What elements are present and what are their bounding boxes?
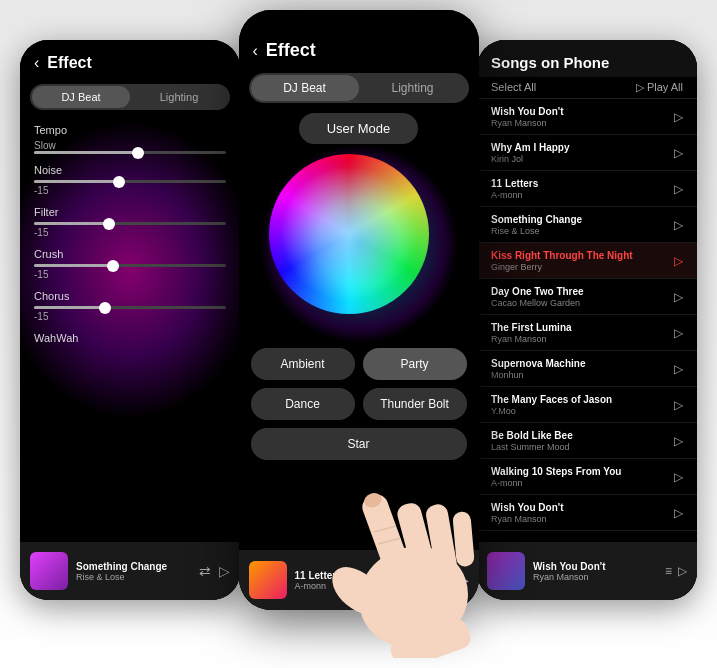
value-crush: -15 xyxy=(34,269,226,280)
song-info: Day One Two Three Cacao Mellow Garden xyxy=(491,285,674,308)
song-name: The First Lumina xyxy=(491,321,674,334)
album-art-left xyxy=(30,552,68,590)
playback-controls-left[interactable]: ⇄ ▷ xyxy=(199,563,230,579)
color-wheel-glow xyxy=(259,144,459,344)
shuffle-icon[interactable]: ⇄ xyxy=(199,563,211,579)
song-info: 11 Letters A-monn xyxy=(491,177,674,200)
song-play-icon[interactable]: ▷ xyxy=(674,182,683,196)
track-info-left: Something Change Rise & Lose xyxy=(76,561,199,582)
center-header: ‹ Effect xyxy=(239,10,479,69)
song-name: Kiss Right Through The Night xyxy=(491,249,674,262)
song-info: Supernova Machine Monhun xyxy=(491,357,674,380)
song-item[interactable]: Day One Two Three Cacao Mellow Garden ▷ xyxy=(477,279,697,315)
left-bottom-bar: Something Change Rise & Lose ⇄ ▷ xyxy=(20,542,240,600)
song-artist: Rise & Lose xyxy=(491,226,674,236)
right-sub-header: Select All ▷ Play All xyxy=(477,77,697,99)
song-info: Something Change Rise & Lose xyxy=(491,213,674,236)
song-name: Something Change xyxy=(491,213,674,226)
song-item[interactable]: Supernova Machine Monhun ▷ xyxy=(477,351,697,387)
song-play-icon[interactable]: ▷ xyxy=(674,398,683,412)
song-play-icon[interactable]: ▷ xyxy=(674,254,683,268)
album-art-center xyxy=(249,561,287,599)
song-play-icon[interactable]: ▷ xyxy=(674,506,683,520)
song-info: The First Lumina Ryan Manson xyxy=(491,321,674,344)
song-info: Walking 10 Steps From You A-monn xyxy=(491,465,674,488)
left-tabs: DJ Beat Lighting xyxy=(30,84,230,110)
song-item[interactable]: Wish You Don't Ryan Manson ▷ xyxy=(477,99,697,135)
queue-icon[interactable]: ≡ xyxy=(665,564,672,578)
play-icon-right[interactable]: ▷ xyxy=(678,564,687,578)
song-item[interactable]: The Many Faces of Jason Y.Moo ▷ xyxy=(477,387,697,423)
song-item[interactable]: Why Am I Happy Kirin Jol ▷ xyxy=(477,135,697,171)
right-bottom-bar: Wish You Don't Ryan Manson ≡ ▷ xyxy=(477,542,697,600)
song-name: Be Bold Like Bee xyxy=(491,429,674,442)
song-name: Wish You Don't xyxy=(491,105,674,118)
right-header: Songs on Phone xyxy=(477,40,697,77)
left-controls: Tempo Slow Noise -15 xyxy=(20,116,240,362)
song-artist: Ginger Berry xyxy=(491,262,674,272)
slider-noise[interactable] xyxy=(34,180,226,183)
song-artist: Y.Moo xyxy=(491,406,674,416)
song-item[interactable]: Kiss Right Through The Night Ginger Berr… xyxy=(477,243,697,279)
song-name: Day One Two Three xyxy=(491,285,674,298)
effect-btn-ambient[interactable]: Ambient xyxy=(251,348,355,380)
song-item[interactable]: The First Lumina Ryan Manson ▷ xyxy=(477,315,697,351)
scene: ‹ Effect DJ Beat Lighting Tempo Slow xyxy=(0,0,717,668)
song-play-icon[interactable]: ▷ xyxy=(674,470,683,484)
song-play-icon[interactable]: ▷ xyxy=(674,218,683,232)
song-artist: Last Summer Mood xyxy=(491,442,674,452)
left-header: ‹ Effect xyxy=(20,40,240,78)
slider-crush[interactable] xyxy=(34,264,226,267)
song-artist: A-monn xyxy=(491,190,674,200)
label-crush: Crush xyxy=(34,248,226,260)
effect-btn-party[interactable]: Party xyxy=(363,348,467,380)
song-item[interactable]: Walking 10 Steps From You A-monn ▷ xyxy=(477,459,697,495)
song-play-icon[interactable]: ▷ xyxy=(674,110,683,124)
song-artist: Ryan Manson xyxy=(491,334,674,344)
track-info-right: Wish You Don't Ryan Manson xyxy=(533,561,665,582)
song-play-icon[interactable]: ▷ xyxy=(674,434,683,448)
label-chorus: Chorus xyxy=(34,290,226,302)
control-tempo: Tempo Slow xyxy=(34,124,226,154)
song-artist: Ryan Manson xyxy=(491,118,674,128)
back-arrow-left[interactable]: ‹ xyxy=(34,54,39,72)
control-filter: Filter -15 xyxy=(34,206,226,238)
tab-lighting-center[interactable]: Lighting xyxy=(359,75,467,101)
song-item[interactable]: Something Change Rise & Lose ▷ xyxy=(477,207,697,243)
song-item[interactable]: Wish You Don't Ryan Manson ▷ xyxy=(477,495,697,531)
back-arrow-center[interactable]: ‹ xyxy=(253,42,258,60)
song-item[interactable]: 11 Letters A-monn ▷ xyxy=(477,171,697,207)
song-play-icon[interactable]: ▷ xyxy=(674,146,683,160)
song-play-icon[interactable]: ▷ xyxy=(674,362,683,376)
track-artist-right: Ryan Manson xyxy=(533,572,665,582)
song-name: Why Am I Happy xyxy=(491,141,674,154)
play-all-button[interactable]: ▷ Play All xyxy=(636,81,683,94)
play-icon-left[interactable]: ▷ xyxy=(219,563,230,579)
value-tempo: Slow xyxy=(34,140,226,151)
slider-tempo[interactable] xyxy=(34,151,226,154)
value-filter: -15 xyxy=(34,227,226,238)
value-chorus: -15 xyxy=(34,311,226,322)
track-name-right: Wish You Don't xyxy=(533,561,665,572)
hand-svg xyxy=(299,398,499,658)
song-play-icon[interactable]: ▷ xyxy=(674,290,683,304)
phone-left: ‹ Effect DJ Beat Lighting Tempo Slow xyxy=(20,40,240,600)
song-item[interactable]: Be Bold Like Bee Last Summer Mood ▷ xyxy=(477,423,697,459)
tab-dj-beat-center[interactable]: DJ Beat xyxy=(251,75,359,101)
tab-dj-beat-left[interactable]: DJ Beat xyxy=(32,86,130,108)
select-all-label[interactable]: Select All xyxy=(491,81,536,94)
song-artist: Kirin Jol xyxy=(491,154,674,164)
song-info: Wish You Don't Ryan Manson xyxy=(491,105,674,128)
right-title: Songs on Phone xyxy=(491,54,683,71)
slider-chorus[interactable] xyxy=(34,306,226,309)
hand xyxy=(299,398,499,658)
song-play-icon[interactable]: ▷ xyxy=(674,326,683,340)
slider-filter[interactable] xyxy=(34,222,226,225)
song-info: Wish You Don't Ryan Manson xyxy=(491,501,674,524)
control-chorus: Chorus -15 xyxy=(34,290,226,322)
left-title: Effect xyxy=(47,54,91,72)
user-mode-button[interactable]: User Mode xyxy=(299,113,419,144)
song-list: Wish You Don't Ryan Manson ▷ Why Am I Ha… xyxy=(477,99,697,531)
song-name: 11 Letters xyxy=(491,177,674,190)
tab-lighting-left[interactable]: Lighting xyxy=(130,86,228,108)
